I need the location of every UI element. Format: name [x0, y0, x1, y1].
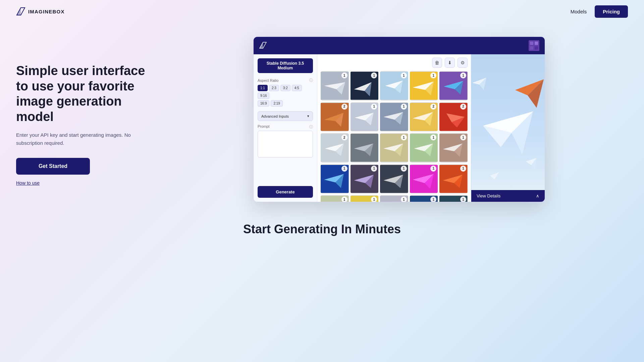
image-cell[interactable]: 1 — [321, 195, 349, 202]
image-cell[interactable]: 2 — [321, 133, 349, 163]
view-details-bar[interactable]: View Details ∧ — [471, 190, 545, 202]
chevron-up-icon: ∧ — [536, 193, 539, 198]
nav-links: Models Pricing — [571, 5, 628, 18]
user-avatar — [529, 40, 539, 51]
image-cell[interactable]: 1 — [380, 195, 408, 202]
image-cell[interactable]: 1 — [439, 71, 468, 101]
image-cell[interactable]: 1 — [380, 164, 408, 194]
app-window: Stable Diffusion 3.5 Medium Aspect Ratio… — [253, 37, 545, 202]
nav-pricing-button[interactable]: Pricing — [595, 5, 628, 18]
image-cell[interactable]: 2 — [439, 102, 468, 132]
get-started-button[interactable]: Get Started — [16, 158, 90, 175]
model-selector[interactable]: Stable Diffusion 3.5 Medium — [258, 58, 313, 73]
image-cell[interactable]: 1 — [380, 71, 408, 101]
image-cell[interactable]: 1 — [410, 164, 438, 194]
aspect-buttons: 1:1 2:3 3:2 4:5 9:16 — [258, 85, 313, 99]
bottom-title: Start Generating In Minutes — [16, 222, 628, 236]
image-cell[interactable]: 1 — [351, 164, 379, 194]
how-to-use-link[interactable]: How to use — [16, 180, 40, 186]
svg-rect-3 — [530, 46, 533, 50]
image-cell[interactable]: 1 — [321, 71, 349, 101]
image-cell[interactable] — [351, 133, 379, 163]
image-cell[interactable]: 1 — [439, 133, 468, 163]
image-cell[interactable]: 1 — [380, 102, 408, 132]
left-panel: Stable Diffusion 3.5 Medium Aspect Ratio… — [254, 54, 317, 202]
navbar: IMAGINEBOX Models Pricing — [0, 0, 644, 23]
prompt-info-icon: ⓘ — [309, 124, 313, 129]
logo-text: IMAGINEBOX — [28, 9, 65, 14]
advanced-inputs-toggle[interactable]: Advanced Inputs ▾ — [258, 111, 313, 121]
preview-panel: View Details ∧ — [471, 54, 545, 202]
prompt-label-text: Prompt — [258, 124, 269, 129]
aspect-btn-9-16[interactable]: 9:16 — [258, 93, 269, 99]
aspect-btn-2-3[interactable]: 2:3 — [269, 85, 279, 91]
generate-button[interactable]: Generate — [258, 186, 313, 198]
hero-content: Simple user interface to use your favori… — [16, 37, 157, 186]
image-cell[interactable]: 2 — [321, 102, 349, 132]
image-cell[interactable]: 1 — [351, 102, 379, 132]
hero-title: Simple user interface to use your favori… — [16, 63, 157, 124]
delete-icon[interactable]: 🗑 — [432, 58, 442, 68]
view-details-label: View Details — [477, 193, 500, 198]
svg-rect-2 — [535, 42, 538, 45]
image-cell[interactable]: 1 — [410, 71, 438, 101]
image-cell[interactable]: 1 — [321, 164, 349, 194]
image-cell[interactable]: 1 — [439, 195, 468, 202]
image-grid-panel: 🗑 ⬇ ⚙ 111112112221111111111111 1 2 3 Nex… — [317, 54, 471, 202]
aspect-buttons-2: 16:9 2:19 — [258, 100, 313, 107]
image-grid: 111112112221111111111111 — [321, 71, 468, 202]
nav-models-link[interactable]: Models — [571, 9, 587, 14]
app-mockup-container: Stable Diffusion 3.5 Medium Aspect Ratio… — [170, 37, 628, 202]
aspect-btn-2-19[interactable]: 2:19 — [271, 100, 282, 107]
image-cell[interactable]: 2 — [410, 102, 438, 132]
hero-section: Simple user interface to use your favori… — [0, 23, 644, 202]
download-icon[interactable]: ⬇ — [445, 58, 455, 68]
topbar: 🗑 ⬇ ⚙ — [321, 58, 468, 68]
aspect-btn-4-5[interactable]: 4:5 — [292, 85, 302, 91]
preview-image — [471, 54, 545, 190]
app-titlebar — [254, 37, 545, 54]
svg-rect-1 — [530, 42, 533, 45]
image-cell[interactable]: 1 — [410, 133, 438, 163]
preview-art — [471, 54, 545, 190]
aspect-btn-16-9[interactable]: 16:9 — [258, 100, 269, 107]
aspect-btn-3-2[interactable]: 3:2 — [280, 85, 290, 91]
chevron-down-icon: ▾ — [307, 114, 309, 118]
image-cell[interactable]: 1 — [380, 133, 408, 163]
logo[interactable]: IMAGINEBOX — [16, 7, 65, 16]
image-cell[interactable]: 1 — [410, 195, 438, 202]
settings-icon[interactable]: ⚙ — [458, 58, 468, 68]
image-cell[interactable]: 1 — [439, 164, 468, 194]
prompt-section: Prompt ⓘ — [258, 124, 313, 159]
aspect-btn-1-1[interactable]: 1:1 — [258, 85, 268, 91]
app-body: Stable Diffusion 3.5 Medium Aspect Ratio… — [254, 54, 545, 202]
aspect-ratio-section: Aspect Ratio ⓘ 1:1 2:3 3:2 4:5 9:16 16:9 — [258, 78, 313, 108]
aspect-ratio-info-icon: ⓘ — [309, 78, 313, 83]
image-cell[interactable]: 1 — [351, 71, 379, 101]
svg-rect-4 — [535, 46, 538, 50]
prompt-input[interactable] — [258, 131, 313, 158]
hero-subtitle: Enter your API key and start generating … — [16, 131, 157, 147]
bottom-section: Start Generating In Minutes — [0, 202, 644, 250]
aspect-ratio-label: Aspect Ratio — [258, 78, 278, 82]
image-cell[interactable]: 1 — [351, 195, 379, 202]
